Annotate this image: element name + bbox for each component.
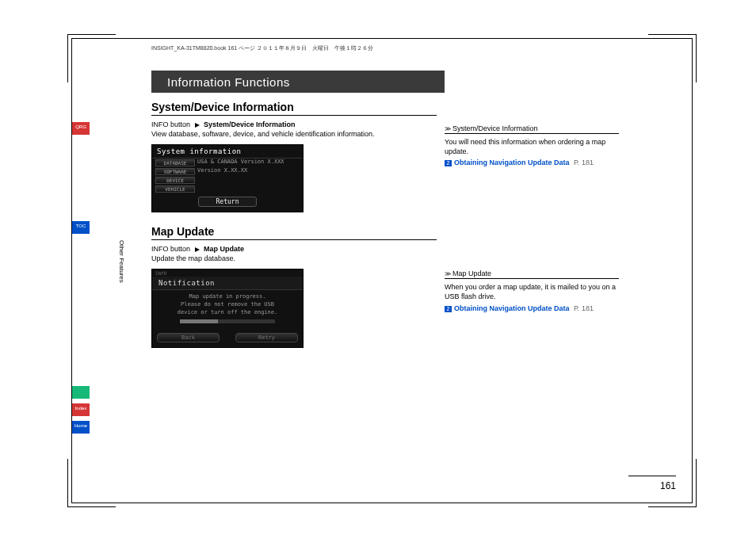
page-number: 161 [660, 480, 676, 491]
page-ref: P. 181 [574, 159, 594, 166]
return-button: Return [198, 197, 258, 207]
tab-toc[interactable]: TOC [72, 221, 90, 234]
notification-line: Map update in progress. [158, 293, 296, 301]
link-icon: 2 [445, 306, 452, 312]
tab-voice[interactable] [72, 386, 90, 399]
tab-database: DATABASE [155, 159, 195, 166]
info-button-label: INFO button [151, 245, 190, 253]
tab-index[interactable]: Index [72, 403, 90, 416]
sw-version: Version X.XX.XX [197, 167, 247, 176]
screenshot-system-information: System information DATABASEUSA & CANADA … [151, 144, 304, 212]
tab-home[interactable]: Home [72, 421, 90, 434]
sidebar-body: When you order a map update, it is maile… [445, 282, 619, 301]
nav-path: INFO button Map Update [151, 245, 437, 253]
tab-device: DEVICE [155, 177, 195, 184]
note-icon: ≫ [445, 270, 451, 277]
section-vertical-label: Other Features [118, 240, 125, 283]
info-button-label: INFO button [151, 120, 190, 128]
nav-path-target: Map Update [204, 245, 244, 253]
sidebar-heading: ≫Map Update [445, 269, 619, 279]
sidebar-heading: ≫System/Device Information [445, 124, 619, 134]
note-icon: ≫ [445, 125, 451, 132]
sidebar-heading-text: Map Update [452, 269, 491, 277]
tab-vehicle: VEHICLE [155, 185, 195, 193]
link-obtaining-update[interactable]: Obtaining Navigation Update Data [454, 159, 570, 166]
arrow-right-icon [195, 123, 200, 128]
chapter-heading: Information Functions [151, 71, 445, 93]
tab-software: SOFTWARE [155, 168, 195, 175]
back-button: Back [157, 333, 220, 342]
page: INSIGHT_KA-31TM8820.book 161 ページ ２０１１年８月… [71, 38, 693, 503]
sidebar-heading-text: System/Device Information [452, 124, 538, 132]
notification-line: device or turn off the engine. [158, 309, 296, 317]
link-icon: 2 [445, 160, 452, 166]
screenshot-tag: INFO [152, 269, 303, 277]
sidebar-body: You will need this information when orde… [445, 137, 619, 156]
page-ref: P. 181 [574, 304, 594, 312]
progress-bar [180, 319, 275, 323]
link-obtaining-update[interactable]: Obtaining Navigation Update Data [454, 304, 570, 312]
screenshot-title: Notification [152, 277, 303, 290]
screenshot-title: System information [152, 145, 303, 159]
nav-path: INFO button System/Device Information [151, 120, 437, 128]
section-description: Update the map database. [151, 254, 437, 262]
arrow-right-icon [195, 247, 200, 252]
nav-path-target: System/Device Information [204, 120, 296, 128]
tab-qrg[interactable]: QRG [72, 122, 90, 135]
screenshot-map-update: INFO Notification Map update in progress… [151, 269, 304, 348]
notification-line: Please do not remove the USB [158, 301, 296, 309]
print-metadata: INSIGHT_KA-31TM8820.book 161 ページ ２０１１年８月… [151, 44, 373, 52]
section-heading-system-device: System/Device Information [151, 101, 437, 116]
db-version: USA & CANADA Version X.XXX [197, 159, 284, 167]
section-heading-map-update: Map Update [151, 225, 437, 240]
retry-button: Retry [235, 333, 298, 342]
section-description: View database, software, device, and veh… [151, 130, 437, 138]
